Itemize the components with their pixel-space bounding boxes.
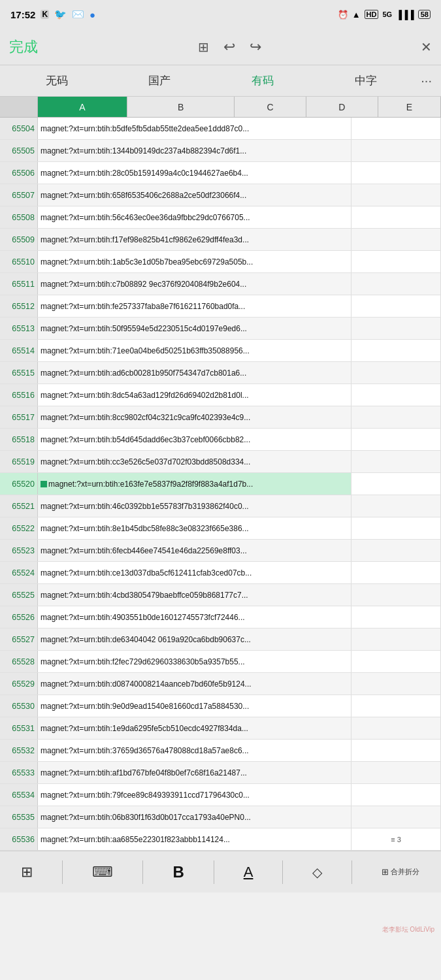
status-icon-mail: ✉️ [72, 8, 84, 20]
cell-magnet-link[interactable]: magnet:?xt=urn:btih:9e0d9ead1540e81660cd… [38, 695, 351, 717]
table-row[interactable]: 65536magnet:?xt=urn:btih:aa6855e22301f82… [0, 828, 441, 851]
table-row[interactable]: 65519magnet:?xt=urn:btih:cc3e526c5e037d7… [0, 451, 441, 473]
close-button[interactable]: ✕ [421, 39, 432, 55]
cell-extra [351, 251, 441, 272]
table-row[interactable]: 65530magnet:?xt=urn:btih:9e0d9ead1540e81… [0, 695, 441, 717]
undo-icon[interactable]: ↩ [223, 39, 235, 56]
table-row[interactable]: 65509magnet:?xt=urn:btih:f17ef98e825b41c… [0, 229, 441, 251]
table-row[interactable]: 65526magnet:?xt=urn:btih:4903551b0de1601… [0, 606, 441, 629]
cell-magnet-link[interactable]: magnet:?xt=urn:btih:d08740008214aanceb7b… [38, 673, 351, 694]
cell-row-number: 65532 [0, 740, 38, 761]
cell-magnet-link[interactable]: magnet:?xt=urn:btih:b5dfe5fb5dab55tte2de… [38, 118, 351, 139]
table-row[interactable]: 65512magnet:?xt=urn:btih:fe257337faba8e7… [0, 295, 441, 318]
table-row[interactable]: 65516magnet:?xt=urn:btih:8dc54a63ad129fd… [0, 384, 441, 406]
grid-view-button[interactable]: ⊞ [21, 864, 33, 881]
toolbar: 完成 ⊞ ↩ ↪ ✕ [0, 29, 441, 65]
cell-magnet-link[interactable]: magnet:?xt=urn:btih:b54d645dadd6ec3b37ce… [38, 429, 351, 450]
table-row[interactable]: 65520magnet:?xt=urn:btih:e163fe7e5837f9a… [0, 473, 441, 495]
cell-magnet-link[interactable]: magnet:?xt=urn:btih:de63404042 0619a920c… [38, 629, 351, 650]
cell-magnet-link[interactable]: magnet:?xt=urn:btih:fe257337faba8e7f6162… [38, 295, 351, 317]
cell-magnet-link[interactable]: magnet:?xt=urn:btih:1e9da6295fe5cb510ecd… [38, 717, 351, 739]
tab-zhongzi[interactable]: 中字 [314, 68, 417, 93]
cell-magnet-link[interactable]: magnet:?xt=urn:btih:79fcee89c849393911cc… [38, 784, 351, 806]
cell-magnet-link[interactable]: magnet:?xt=urn:btih:e163fe7e5837f9a2f8f9… [38, 473, 351, 495]
table-row[interactable]: 65508magnet:?xt=urn:btih:56c463ec0ee36da… [0, 206, 441, 229]
table-row[interactable]: 65523magnet:?xt=urn:btih:6fecb446ee74541… [0, 540, 441, 562]
cell-magnet-link[interactable]: magnet:?xt=urn:btih:1ab5c3e1d05b7bea95eb… [38, 251, 351, 272]
table-row[interactable]: 65532magnet:?xt=urn:btih:37659d36576a478… [0, 740, 441, 762]
cell-row-number: 65530 [0, 695, 38, 717]
cell-magnet-link[interactable]: magnet:?xt=urn:btih:46c0392bb1e55783f7b3… [38, 495, 351, 517]
done-button[interactable]: 完成 [9, 37, 38, 57]
table-row[interactable]: 65507magnet:?xt=urn:btih:658f6535406c268… [0, 184, 441, 206]
table-row[interactable]: 65511magnet:?xt=urn:btih:c7b08892 9ec376… [0, 273, 441, 295]
status-right: ⏰ ▲ HD 5G ▐▐▐ 58 [338, 10, 431, 20]
table-row[interactable]: 65513magnet:?xt=urn:btih:50f95594e5d2230… [0, 318, 441, 340]
cell-magnet-link[interactable]: magnet:?xt=urn:btih:cc3e526c5e037d702f03… [38, 451, 351, 472]
divider-4 [282, 860, 283, 884]
cell-magnet-link[interactable]: magnet:?xt=urn:btih:8cc9802cf04c321c9ca9… [38, 406, 351, 428]
bold-button[interactable]: B [172, 863, 184, 881]
tab-more[interactable]: ··· [417, 68, 436, 93]
table-row[interactable]: 65528magnet:?xt=urn:btih:f2fec729d629603… [0, 651, 441, 673]
cell-magnet-link[interactable]: magnet:?xt=urn:btih:1344b09149dc237a4b88… [38, 140, 351, 161]
table-row[interactable]: 65534magnet:?xt=urn:btih:79fcee89c849393… [0, 784, 441, 806]
table-row[interactable]: 65515magnet:?xt=urn:btih:ad6cb00281b950f… [0, 362, 441, 384]
table-row[interactable]: 65518magnet:?xt=urn:btih:b54d645dadd6ec3… [0, 429, 441, 451]
cell-magnet-link[interactable]: magnet:?xt=urn:btih:c7b08892 9ec376f9204… [38, 273, 351, 295]
table-row[interactable]: 65505magnet:?xt=urn:btih:1344b09149dc237… [0, 140, 441, 162]
table-row[interactable]: 65531magnet:?xt=urn:btih:1e9da6295fe5cb5… [0, 717, 441, 740]
table-row[interactable]: 65506magnet:?xt=urn:btih:28c05b1591499a4… [0, 162, 441, 184]
column-headers: A B C D E [0, 97, 441, 118]
tab-guochan[interactable]: 国产 [108, 68, 212, 93]
table-row[interactable]: 65517magnet:?xt=urn:btih:8cc9802cf04c321… [0, 406, 441, 429]
cell-magnet-link[interactable]: magnet:?xt=urn:btih:6fecb446ee74541e46da… [38, 540, 351, 561]
cell-magnet-link[interactable]: magnet:?xt=urn:btih:37659d36576a478088cd… [38, 740, 351, 761]
tab-wuma[interactable]: 无码 [5, 68, 108, 93]
table-row[interactable]: 65504magnet:?xt=urn:btih:b5dfe5fb5dab55t… [0, 118, 441, 140]
cell-magnet-link[interactable]: magnet:?xt=urn:btih:4903551b0de160127455… [38, 606, 351, 628]
table-row[interactable]: 65525magnet:?xt=urn:btih:4cbd3805479baeb… [0, 584, 441, 606]
cell-magnet-link[interactable]: magnet:?xt=urn:btih:50f95594e5d2230515c4… [38, 318, 351, 339]
table-row[interactable]: 65510magnet:?xt=urn:btih:1ab5c3e1d05b7be… [0, 251, 441, 273]
table-row[interactable]: 65521magnet:?xt=urn:btih:46c0392bb1e5578… [0, 495, 441, 517]
keyboard-button[interactable]: ⌨ [92, 864, 113, 881]
cell-magnet-link[interactable]: magnet:?xt=urn:btih:aa6855e22301f823abbb… [38, 828, 351, 850]
col-header-e[interactable]: E [378, 97, 441, 117]
tab-youma[interactable]: 有码 [211, 68, 314, 93]
cell-magnet-link[interactable]: magnet:?xt=urn:btih:28c05b1591499a4c0c19… [38, 162, 351, 184]
cell-magnet-link[interactable]: magnet:?xt=urn:btih:ad6cb00281b950f75434… [38, 362, 351, 384]
cell-magnet-link[interactable]: magnet:?xt=urn:btih:4cbd3805479baebffce0… [38, 584, 351, 606]
cell-magnet-link[interactable]: magnet:?xt=urn:btih:56c463ec0ee36da9fbbc… [38, 206, 351, 228]
status-left: 17:52 K 🐦 ✉️ ● [10, 8, 95, 20]
cell-magnet-link[interactable]: magnet:?xt=urn:btih:06b830f1f63d0b017cca… [38, 806, 351, 828]
font-color-button[interactable]: A [244, 864, 253, 881]
cell-magnet-link[interactable]: magnet:?xt=urn:btih:f17ef98e825b41cf9862… [38, 229, 351, 250]
cell-magnet-link[interactable]: magnet:?xt=urn:btih:af1bd767bfe04f8b0ef7… [38, 762, 351, 783]
cell-magnet-link[interactable]: magnet:?xt=urn:btih:ce13d037dba5cf612411… [38, 562, 351, 583]
col-header-a[interactable]: A [38, 97, 127, 117]
col-header-d[interactable]: D [306, 97, 378, 117]
cell-magnet-link[interactable]: magnet:?xt=urn:btih:8e1b45dbc58fe88c3e08… [38, 517, 351, 539]
cell-extra [351, 673, 441, 694]
table-row[interactable]: 65535magnet:?xt=urn:btih:06b830f1f63d0b0… [0, 806, 441, 828]
cell-magnet-link[interactable]: magnet:?xt=urn:btih:71ee0a04be6d50251b63… [38, 340, 351, 361]
col-header-c[interactable]: C [235, 97, 306, 117]
eraser-button[interactable]: ◇ [312, 864, 322, 880]
grid-icon[interactable]: ⊞ [198, 39, 209, 55]
merge-button[interactable]: ⊞ 合并折分 [382, 867, 419, 877]
table-row[interactable]: 65533magnet:?xt=urn:btih:af1bd767bfe04f8… [0, 762, 441, 784]
table-row[interactable]: 65529magnet:?xt=urn:btih:d08740008214aan… [0, 673, 441, 695]
table-row[interactable]: 65514magnet:?xt=urn:btih:71ee0a04be6d502… [0, 340, 441, 362]
cell-row-number: 65511 [0, 273, 38, 295]
cell-row-number: 65519 [0, 451, 38, 472]
cell-magnet-link[interactable]: magnet:?xt=urn:btih:8dc54a63ad129fd26d69… [38, 384, 351, 406]
cell-magnet-link[interactable]: magnet:?xt=urn:btih:658f6535406c2688a2ce… [38, 184, 351, 206]
table-row[interactable]: 65524magnet:?xt=urn:btih:ce13d037dba5cf6… [0, 562, 441, 584]
table-row[interactable]: 65522magnet:?xt=urn:btih:8e1b45dbc58fe88… [0, 517, 441, 540]
col-header-b[interactable]: B [127, 97, 235, 117]
cell-magnet-link[interactable]: magnet:?xt=urn:btih:f2fec729d62960338630… [38, 651, 351, 672]
table-row[interactable]: 65527magnet:?xt=urn:btih:de63404042 0619… [0, 629, 441, 651]
redo-icon[interactable]: ↪ [250, 39, 261, 56]
signal-5g: 5G [382, 10, 392, 18]
